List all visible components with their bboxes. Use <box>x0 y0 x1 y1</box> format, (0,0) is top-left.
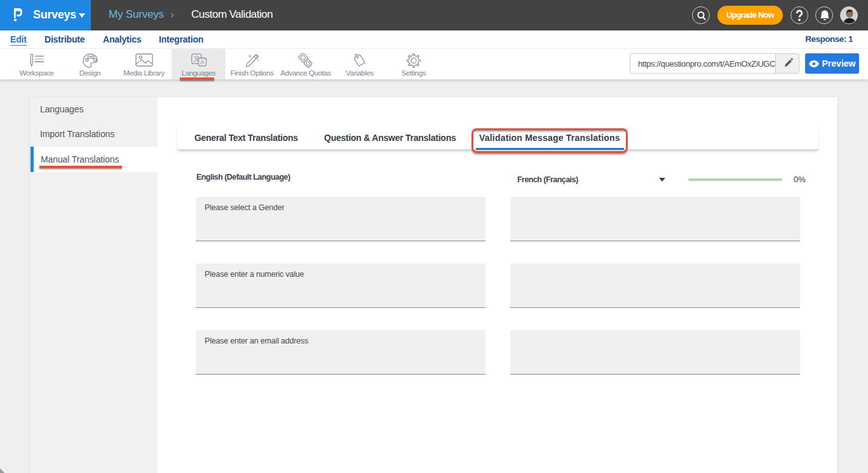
svg-text:A: A <box>200 58 205 65</box>
